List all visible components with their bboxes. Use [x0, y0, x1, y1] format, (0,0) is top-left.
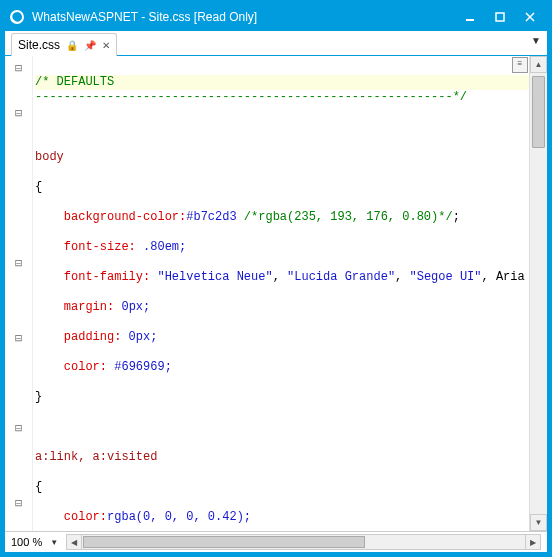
zoom-level: 100 %	[11, 536, 42, 548]
horizontal-scrollbar[interactable]: ◀ ▶	[66, 534, 541, 550]
scroll-thumb[interactable]	[532, 76, 545, 148]
hscroll-thumb[interactable]	[83, 536, 365, 548]
minimize-button[interactable]	[456, 7, 484, 27]
titlebar[interactable]: WhatsNewASPNET - Site.css [Read Only]	[4, 4, 548, 30]
svg-rect-1	[496, 13, 504, 21]
close-button[interactable]	[516, 7, 544, 27]
maximize-button[interactable]	[486, 7, 514, 27]
vertical-scrollbar[interactable]: ▲ ▼	[529, 56, 547, 531]
app-window: WhatsNewASPNET - Site.css [Read Only] Si…	[0, 0, 552, 557]
fold-toggle[interactable]: ⊟	[5, 255, 32, 270]
fold-toggle[interactable]: ⊟	[5, 60, 32, 75]
scroll-down-icon[interactable]: ▼	[530, 514, 547, 531]
tab-close-icon[interactable]: ✕	[102, 40, 110, 51]
zoom-dropdown-icon[interactable]: ▼	[50, 538, 58, 547]
scroll-left-icon[interactable]: ◀	[67, 535, 82, 549]
client-area: Site.css 🔒 📌 ✕ ▼ ⊟ ⊟ ⊟ ⊟ ⊟ ⊟	[4, 30, 548, 553]
folding-gutter: ⊟ ⊟ ⊟ ⊟ ⊟ ⊟	[5, 56, 33, 531]
fold-toggle[interactable]: ⊟	[5, 420, 32, 435]
editor: ⊟ ⊟ ⊟ ⊟ ⊟ ⊟ /* DEFAULTS ----------------…	[5, 56, 547, 531]
fold-toggle[interactable]: ⊟	[5, 105, 32, 120]
tab-menu-dropdown-icon[interactable]: ▼	[531, 35, 541, 46]
scroll-right-icon[interactable]: ▶	[525, 535, 540, 549]
fold-toggle[interactable]: ⊟	[5, 495, 32, 510]
tab-strip: Site.css 🔒 📌 ✕ ▼	[5, 31, 547, 56]
app-logo-icon	[8, 8, 26, 26]
tab-label: Site.css	[18, 38, 60, 52]
pin-icon[interactable]: 📌	[84, 40, 96, 51]
tab-site-css[interactable]: Site.css 🔒 📌 ✕	[11, 33, 117, 56]
lock-icon: 🔒	[66, 40, 78, 51]
window-title: WhatsNewASPNET - Site.css [Read Only]	[32, 10, 456, 24]
status-bar: 100 % ▼ ◀ ▶	[5, 531, 547, 552]
scroll-up-icon[interactable]: ▲	[530, 56, 547, 73]
svg-rect-0	[466, 19, 474, 21]
split-view-icon[interactable]: ≡	[512, 57, 528, 73]
code-editor[interactable]: /* DEFAULTS ----------------------------…	[33, 56, 529, 531]
fold-toggle[interactable]: ⊟	[5, 330, 32, 345]
